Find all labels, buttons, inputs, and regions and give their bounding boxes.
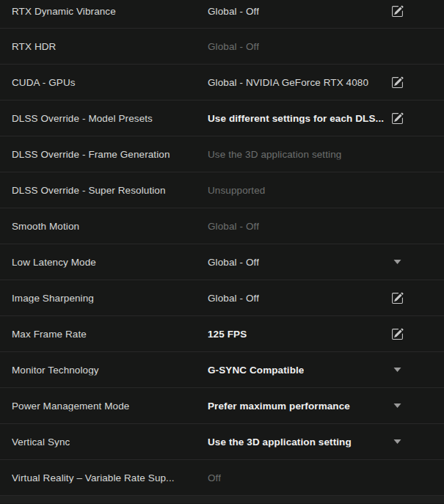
setting-value: Global - Off [208, 6, 259, 17]
setting-row-dlss-override-frame-generation: DLSS Override - Frame Generation Use the… [0, 136, 444, 172]
setting-label: RTX HDR [12, 41, 56, 52]
setting-label: Monitor Technology [12, 365, 99, 376]
chevron-down-icon[interactable] [390, 363, 404, 376]
setting-value: G-SYNC Compatible [208, 365, 304, 376]
setting-row-partial [0, 496, 444, 503]
chevron-down-icon[interactable] [390, 399, 404, 412]
chevron-down-icon[interactable] [390, 435, 404, 448]
setting-value: Global - Off [208, 257, 259, 268]
pencil-square-icon[interactable] [390, 76, 404, 89]
setting-label: Smooth Motion [12, 221, 79, 232]
setting-row-vertical-sync[interactable]: Vertical Sync Use the 3D application set… [0, 424, 444, 460]
setting-row-max-frame-rate[interactable]: Max Frame Rate 125 FPS [0, 316, 444, 352]
pencil-square-icon[interactable] [390, 4, 404, 18]
setting-value: Global - Off [208, 41, 259, 52]
setting-row-cuda-gpus[interactable]: CUDA - GPUs Global - NVIDIA GeForce RTX … [0, 65, 444, 101]
setting-label: RTX Dynamic Vibrance [12, 6, 116, 17]
setting-row-power-management-mode[interactable]: Power Management Mode Prefer maximum per… [0, 388, 444, 424]
setting-value: Use different settings for each DLS... [208, 113, 384, 124]
setting-row-smooth-motion: Smooth Motion Global - Off [0, 208, 444, 244]
setting-row-dlss-override-model-presets[interactable]: DLSS Override - Model Presets Use differ… [0, 101, 444, 136]
setting-label: DLSS Override - Frame Generation [12, 149, 170, 160]
setting-row-low-latency-mode[interactable]: Low Latency Mode Global - Off [0, 244, 444, 280]
setting-label: DLSS Override - Model Presets [12, 113, 153, 124]
setting-value: Global - NVIDIA GeForce RTX 4080 [208, 77, 368, 88]
setting-value: Global - Off [208, 293, 259, 304]
setting-value: Use the 3D application setting [208, 149, 341, 160]
setting-row-rtx-hdr: RTX HDR Global - Off [0, 29, 444, 65]
setting-label: DLSS Override - Super Resolution [12, 185, 166, 196]
setting-label: Low Latency Mode [12, 257, 96, 268]
setting-label: Max Frame Rate [12, 329, 87, 340]
setting-row-dlss-override-super-resolution: DLSS Override - Super Resolution Unsuppo… [0, 172, 444, 208]
pencil-square-icon[interactable] [390, 112, 404, 125]
setting-row-image-sharpening[interactable]: Image Sharpening Global - Off [0, 280, 444, 316]
setting-value: Off [208, 472, 221, 483]
setting-value: Use the 3D application setting [208, 437, 352, 448]
setting-value: Prefer maximum performance [208, 401, 350, 412]
setting-row-virtual-reality-variable-rate-supersampling: Virtual Reality – Variable Rate Sup... O… [0, 460, 444, 496]
setting-value: Global - Off [208, 221, 259, 232]
setting-value: Unsupported [208, 185, 265, 196]
setting-label: Virtual Reality – Variable Rate Sup... [12, 472, 175, 483]
setting-row-monitor-technology[interactable]: Monitor Technology G-SYNC Compatible [0, 352, 444, 388]
setting-label: CUDA - GPUs [12, 77, 76, 88]
nvidia-app-settings-list: RTX Dynamic Vibrance Global - Off RTX HD… [0, 0, 444, 504]
setting-value: 125 FPS [208, 329, 247, 340]
pencil-square-icon[interactable] [390, 327, 404, 340]
chevron-down-icon[interactable] [390, 255, 404, 269]
setting-row-rtx-dynamic-vibrance[interactable]: RTX Dynamic Vibrance Global - Off [0, 0, 444, 29]
setting-label: Image Sharpening [12, 293, 94, 304]
setting-label: Power Management Mode [12, 401, 129, 412]
setting-label: Vertical Sync [12, 437, 70, 448]
pencil-square-icon[interactable] [390, 291, 404, 304]
